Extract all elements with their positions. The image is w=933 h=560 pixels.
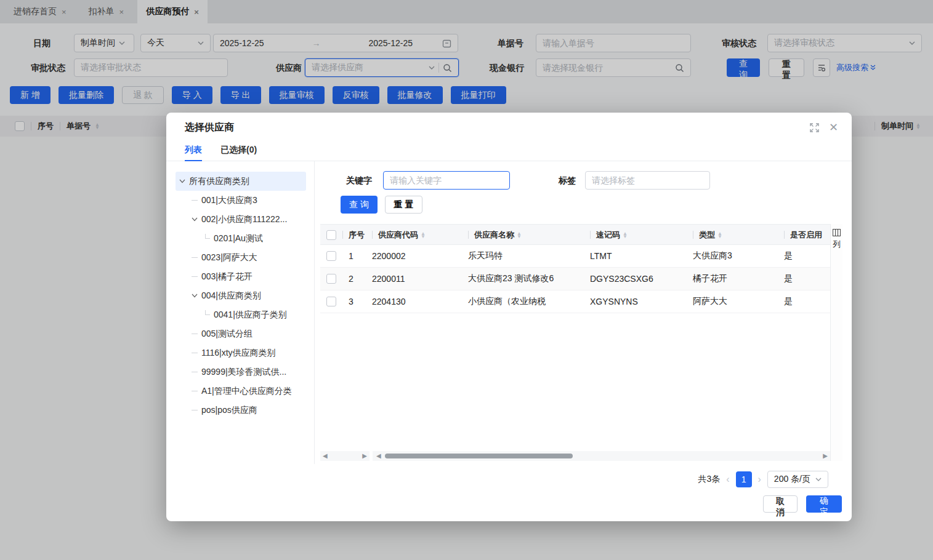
tab-selected[interactable]: 已选择(0) (220, 140, 257, 161)
maximize-icon[interactable] (810, 123, 819, 132)
tab-list[interactable]: 列表 (185, 140, 202, 161)
confirm-button[interactable]: 确 定 (806, 495, 842, 513)
sort-icon[interactable]: ▲▼ (623, 232, 628, 238)
col-supplier-code[interactable]: 供应商代码▲▼ (372, 225, 468, 245)
cancel-button[interactable]: 取 消 (763, 495, 798, 513)
column-settings-label: 列 (833, 239, 841, 250)
dialog-title: 选择供应商 (185, 121, 234, 134)
tree-item[interactable]: 002|小供应商111222... (176, 210, 306, 229)
modal-reset-button[interactable]: 重 置 (385, 196, 422, 214)
supplier-category-tree: 所有供应商类别 001|大供应商3 002|小供应商111222... 0201… (176, 172, 306, 420)
tree-connector (192, 391, 198, 391)
panel-divider (314, 161, 315, 464)
columns-icon (833, 229, 841, 236)
tree-connector (192, 372, 198, 372)
tree-item[interactable]: pos|pos供应商 (176, 401, 306, 420)
tree-item[interactable]: 1116|xty供应商类别 (176, 343, 306, 362)
modal-search-button[interactable]: 查 询 (341, 196, 378, 214)
table-row[interactable]: 1 2200002 乐天玛特 LTMT 大供应商3 是 (320, 245, 830, 268)
tree-item[interactable]: 0041|供应商子类别 (176, 305, 306, 324)
col-type[interactable]: 类型▲▼ (693, 225, 784, 245)
supplier-table: 序号 供应商代码▲▼ 供应商名称▲▼ 速记码▲▼ 类型▲▼ 是否启用 1 220… (320, 224, 830, 313)
tree-connector (192, 410, 198, 410)
scroll-left-icon[interactable]: ◀ (376, 451, 381, 461)
tree-connector (192, 257, 198, 258)
table-row[interactable]: 3 2204130 小供应商（农业纳税 XGYSNYNS 阿萨大大 是 (320, 290, 830, 313)
tree-connector (192, 276, 198, 277)
tag-input-field[interactable] (592, 175, 703, 185)
page-size-value: 200 条/页 (774, 474, 810, 485)
total-count: 共3条 (698, 474, 720, 485)
tree-item[interactable]: 0201|Au测试 (176, 229, 306, 248)
next-page-icon[interactable]: › (758, 474, 761, 485)
tree-connector (192, 334, 198, 334)
row-checkbox[interactable] (326, 274, 336, 284)
frozen-columns-scrollbar[interactable]: ◀ ▶ (320, 451, 370, 461)
close-icon[interactable]: ✕ (829, 123, 838, 132)
table-row[interactable]: 2 2200011 大供应商23 测试修改6 DGYS23CSXG6 橘子花开 … (320, 268, 830, 290)
tree-item[interactable]: 003|橘子花开 (176, 267, 306, 286)
page-size-select[interactable]: 200 条/页 (767, 471, 828, 488)
col-supplier-name[interactable]: 供应商名称▲▼ (468, 225, 590, 245)
keyword-label: 关键字 (346, 171, 372, 190)
scroll-right-icon[interactable]: ▶ (362, 451, 367, 461)
scrollbar-thumb[interactable] (385, 454, 573, 458)
dialog-footer: 取 消 确 定 (763, 495, 842, 513)
tree-connector (192, 353, 198, 353)
select-supplier-dialog: 选择供应商 ✕ 列表 已选择(0) 所有供应商类别 001|大供应商3 002|… (166, 113, 852, 521)
tag-label: 标签 (559, 171, 576, 190)
table-horizontal-scrollbar[interactable]: ◀ ▶ (373, 451, 830, 461)
tree-connector (205, 234, 210, 239)
chevron-down-icon (815, 478, 822, 481)
sort-icon[interactable]: ▲▼ (421, 232, 426, 238)
tree-item-all-categories[interactable]: 所有供应商类别 (176, 172, 306, 191)
tree-item[interactable]: 001|大供应商3 (176, 191, 306, 210)
keyword-input-field[interactable] (390, 175, 503, 185)
pagination: 共3条 ‹ 1 › 200 条/页 (698, 471, 828, 488)
col-mnemonic[interactable]: 速记码▲▼ (590, 225, 693, 245)
tree-item[interactable]: 004|供应商类别 (176, 286, 306, 305)
chevron-down-icon[interactable] (192, 217, 198, 222)
sort-icon[interactable]: ▲▼ (717, 232, 722, 238)
app-page: 进销存首页 × 扣补单 × 供应商预付 × 日期 制单时间 今天 2025-12… (0, 0, 933, 560)
col-seq: 序号 (342, 225, 372, 245)
tag-input[interactable] (585, 171, 710, 190)
dialog-tabs: 列表 已选择(0) (166, 140, 852, 161)
tree-item[interactable]: 005|测试分组 (176, 324, 306, 343)
tree-item[interactable]: 99999|美珍香测试供... (176, 362, 306, 382)
keyword-input[interactable] (383, 171, 510, 190)
tree-connector (205, 310, 210, 315)
scroll-left-icon[interactable]: ◀ (323, 451, 328, 461)
col-enabled[interactable]: 是否启用 (784, 225, 830, 245)
chevron-down-icon[interactable] (179, 179, 185, 183)
scroll-right-icon[interactable]: ▶ (823, 451, 828, 461)
column-settings-tab[interactable]: 列 (830, 224, 842, 461)
row-checkbox[interactable] (326, 297, 336, 306)
chevron-down-icon[interactable] (192, 294, 198, 298)
tree-item[interactable]: 0023|阿萨大大 (176, 248, 306, 267)
sort-icon[interactable]: ▲▼ (517, 232, 522, 238)
tree-connector (192, 200, 198, 201)
row-checkbox[interactable] (326, 251, 336, 261)
supplier-table-header: 序号 供应商代码▲▼ 供应商名称▲▼ 速记码▲▼ 类型▲▼ 是否启用 (320, 225, 830, 245)
tree-item[interactable]: A1|管理中心供应商分类 (176, 382, 306, 401)
select-all-checkbox[interactable] (326, 230, 336, 240)
prev-page-icon[interactable]: ‹ (726, 474, 729, 485)
page-number[interactable]: 1 (736, 471, 752, 487)
